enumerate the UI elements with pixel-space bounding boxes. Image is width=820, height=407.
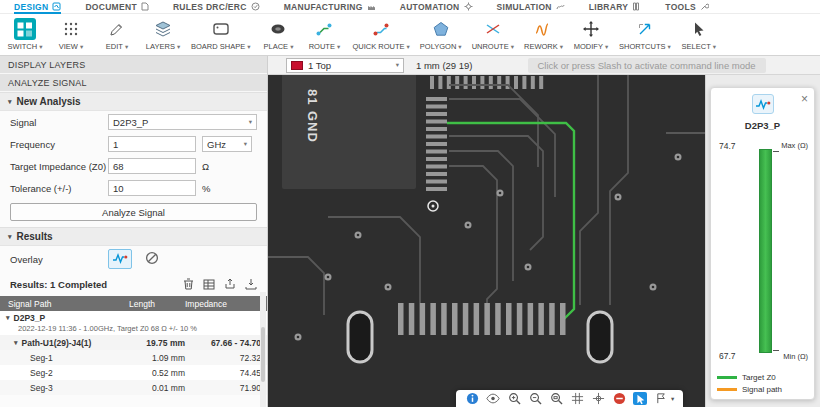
eye-icon[interactable] [486,392,500,405]
connector-pads [398,303,566,335]
tab-document-label: DOCUMENT [85,2,137,12]
result-group-subtitle: 2022-12-19 11:36 - 1.00GHz, Target Z0 68… [18,324,261,333]
results-summary: Results: 1 Completed [10,279,107,290]
table-view-icon[interactable] [203,279,215,290]
document-tab-icon [141,2,149,11]
frequency-unit: GHz [207,139,226,150]
tab-library[interactable]: LIBRARY [589,0,642,14]
pcb-canvas[interactable]: 81 GND [268,75,705,407]
column-length: Length [129,299,185,309]
toolbar-group-rework[interactable]: REWORK▾ [519,14,568,55]
display-layers-header[interactable]: DISPLAY LAYERS [0,56,267,74]
automation-tab-icon [464,2,473,11]
target-impedance-input[interactable]: 68 [108,158,196,174]
delete-icon[interactable] [183,278,194,290]
toolbar-group-place[interactable]: PLACE▾ [255,14,301,55]
active-layer-select[interactable]: 1 Top ▾ [286,58,404,73]
results-section-header[interactable]: ▾ Results [0,227,267,246]
toolbar-group-label: UNROUTE▾ [472,42,514,51]
toolbar-group-select[interactable]: SELECT▾ [676,14,722,55]
command-line-hint[interactable]: Click or press Slash to activate command… [528,58,766,73]
panel-scrollbar[interactable] [260,292,266,407]
tab-automation[interactable]: AUTOMATION [400,0,473,14]
select-tool-icon[interactable] [633,392,647,405]
route-icon [314,17,334,41]
toolbar-group-edit[interactable]: EDIT▾ [94,14,140,55]
path-impedance: 67.66 - 74.70 [185,338,261,348]
analyze-signal-button[interactable]: Analyze Signal [10,203,257,221]
main-toolbar: SWITCH▾ VIEW▾ EDIT▾ LAYERS▾ BOARD SHAPE▾… [0,14,820,56]
analyze-signal-header[interactable]: ANALYZE SIGNAL [0,74,267,92]
tab-document[interactable]: DOCUMENT [85,0,149,14]
toolbar-group-quick-route[interactable]: QUICK ROUTE▾ [347,14,414,55]
qfp-side-pads [426,97,447,191]
chevron-down-icon: ▾ [249,118,252,126]
tab-rules-drc-erc[interactable]: RULES DRC/ERC [173,0,260,14]
chevron-down-icon: ▾ [39,43,42,51]
tab-simulation[interactable]: SIMULATION [497,0,565,14]
signal-label: Signal [10,117,108,128]
active-layer-name: 1 Top [308,60,331,71]
library-tab-icon [632,2,641,11]
max-tick [773,151,779,152]
toolbar-group-shortcuts[interactable]: SHORTCUTS▾ [614,14,676,55]
prohibited-icon [145,251,159,267]
tolerance-row: Tolerance (+/-) 10 % [0,177,267,199]
table-row[interactable]: ▾ Path-U1(29)-J4(1) 19.75 mm 67.66 - 74.… [0,335,267,350]
toolbar-group-board-shape[interactable]: BOARD SHAPE▾ [186,14,255,55]
toolbar-group-view[interactable]: VIEW▾ [48,14,94,55]
toolbar-group-modify[interactable]: MODIFY▾ [568,14,614,55]
tab-manufacturing[interactable]: MANUFACTURING [284,0,376,14]
table-row[interactable]: Seg-2 0.52 mm 74.45 [0,365,267,380]
impedance-max-value: 74.7 [719,141,736,151]
display-options-icon[interactable] [654,392,668,405]
table-row[interactable]: Seg-3 0.01 mm 71.90 [0,380,267,395]
result-group-name: D2P3_P [14,313,46,323]
toolbar-group-label: SELECT▾ [682,42,716,51]
tab-design[interactable]: DESIGN [14,0,61,14]
toolbar-group-switch[interactable]: SWITCH▾ [2,14,48,55]
info-icon[interactable] [465,392,479,405]
toolbar-group-route[interactable]: ROUTE▾ [301,14,347,55]
toolbar-group-polygon[interactable]: POLYGON▾ [415,14,467,55]
analyze-signal-panel: DISPLAY LAYERS ANALYZE SIGNAL ▾ New Anal… [0,56,268,407]
segment-impedance: 72.32 [185,353,261,363]
signal-pulse-icon [752,94,774,114]
overlay-row: Overlay [0,246,267,272]
table-row[interactable]: Seg-1 1.09 mm 72.32 [0,350,267,365]
scrollbar-thumb[interactable] [261,327,265,382]
origin-crosshair-icon[interactable] [591,392,605,405]
chevron-down-icon[interactable]: ▾ [671,395,674,403]
export-icon[interactable] [224,278,236,290]
min-tick [773,350,779,351]
overlay-signal-toggle-button[interactable] [108,249,132,269]
grid-icon[interactable] [570,392,584,405]
remove-icon[interactable] [612,392,626,405]
new-analysis-section-header[interactable]: ▾ New Analysis [0,92,267,111]
column-signal-path: Signal Path [0,299,129,309]
tab-manufacturing-label: MANUFACTURING [284,2,363,12]
download-icon[interactable] [245,278,257,290]
toolbar-group-layers[interactable]: LAYERS▾ [140,14,186,55]
shortcuts-icon [635,17,655,41]
toolbar-group-unroute[interactable]: UNROUTE▾ [467,14,519,55]
chevron-down-icon: ▾ [247,43,250,51]
zoom-out-icon[interactable] [528,392,542,405]
overlay-panel: × D2P3_P 74.7 Max (Ω) 67.7 Min (Ω) Targe… [705,75,820,407]
table-row[interactable]: ▾ D2P3_P 2022-12-19 11:36 - 1.00GHz, Tar… [0,311,267,335]
overlay-off-button[interactable] [140,249,164,269]
tab-tools[interactable]: TOOLS [665,0,709,14]
tolerance-input[interactable]: 10 [108,180,196,196]
signal-pulse-icon [112,252,128,266]
zoom-window-icon[interactable] [549,392,563,405]
signal-select[interactable]: D2P3_P ▾ [108,114,257,130]
results-summary-row: Results: 1 Completed [0,272,267,296]
frequency-unit-select[interactable]: GHz ▾ [202,136,252,152]
zoom-in-icon[interactable] [507,392,521,405]
column-impedance: Impedance [185,299,261,309]
frequency-input[interactable]: 1 [108,136,196,152]
signal-value: D2P3_P [113,117,148,128]
impedance-unit: Ω [202,161,209,172]
chevron-down-icon: ▾ [290,43,293,51]
close-icon[interactable]: × [801,93,808,105]
